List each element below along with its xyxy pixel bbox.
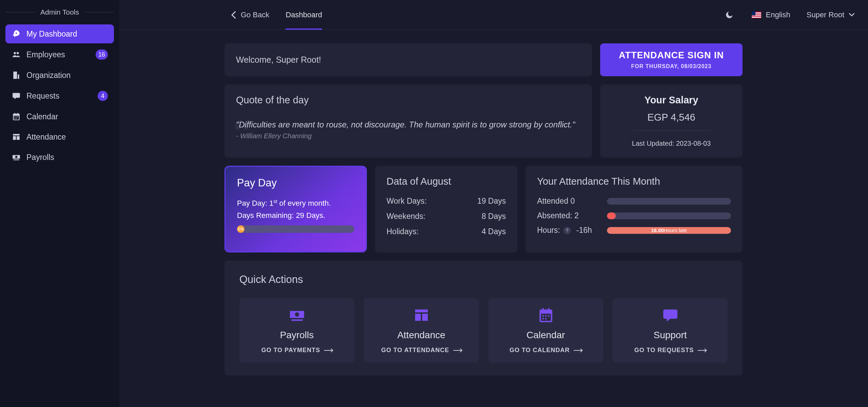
chevron-down-icon — [849, 12, 854, 18]
calendar-icon — [536, 307, 556, 324]
users-icon — [12, 50, 21, 59]
quick-link[interactable]: GO TO CALENDAR — [510, 347, 582, 354]
sidebar-badge: 4 — [98, 91, 108, 101]
attendance-month-card: Your Attendance This Month Attended 0 Ab… — [526, 166, 743, 252]
sidebar-title: Admin Tools — [5, 8, 114, 16]
arrow-right-icon — [324, 350, 332, 351]
sidebar-item-label: Requests — [26, 91, 92, 101]
sidebar: Admin Tools My DashboardEmployees16Organ… — [0, 0, 119, 407]
go-back-label: Go Back — [241, 11, 269, 19]
absented-bar — [607, 212, 731, 219]
quick-actions-heading: Quick Actions — [239, 273, 728, 286]
money-icon — [287, 307, 307, 324]
moon-icon — [725, 11, 734, 19]
quick-action-calendar: CalendarGO TO CALENDAR — [488, 298, 603, 363]
sidebar-item-requests[interactable]: Requests4 — [5, 86, 114, 106]
attendance-signin-button[interactable]: ATTENDANCE SIGN IN FOR THURSDAY, 08/03/2… — [600, 43, 743, 76]
sidebar-item-label: Calendar — [26, 112, 108, 121]
payday-progress-knob: 6% — [237, 225, 244, 233]
chevron-left-icon — [231, 11, 236, 19]
sidebar-title-text: Admin Tools — [40, 8, 79, 16]
quick-action-support: SupportGO TO REQUESTS — [613, 298, 728, 363]
table-icon — [411, 307, 432, 324]
hours-help-icon[interactable]: ? — [564, 227, 571, 234]
arrow-right-icon — [453, 350, 461, 351]
quick-link[interactable]: GO TO ATTENDANCE — [381, 347, 461, 354]
topbar: Go Back Dashboard English Super Root — [119, 0, 868, 30]
sidebar-item-label: My Dashboard — [26, 29, 108, 39]
language-label: English — [766, 11, 790, 19]
user-menu[interactable]: Super Root — [807, 11, 854, 19]
absented-fill — [607, 212, 616, 219]
payday-progress: 6% — [237, 225, 354, 233]
salary-card: Your Salary EGP 4,546 Last Updated: 2023… — [600, 84, 743, 158]
sidebar-item-label: Organization — [26, 71, 108, 80]
sidebar-item-label: Payrolls — [26, 153, 108, 162]
quick-title: Calendar — [527, 330, 565, 341]
payday-line-2: Days Remaining: 29 Days. — [237, 211, 354, 220]
quote-card: Quote of the day “ "Difficulties are mea… — [224, 84, 592, 158]
attendance-signin-sub: FOR THURSDAY, 08/03/2023 — [631, 63, 712, 69]
quote-text: "Difficulties are meant to rouse, not di… — [236, 120, 580, 129]
sidebar-item-payrolls[interactable]: Payrolls — [5, 148, 114, 167]
hours-label: Hours: ? -16h — [537, 226, 598, 235]
sidebar-item-attendance[interactable]: Attendance — [5, 127, 114, 146]
hours-fill: 16.00 Hours late — [607, 227, 731, 234]
money-icon — [12, 152, 21, 162]
sidebar-item-employees[interactable]: Employees16 — [5, 45, 114, 64]
arrow-right-icon — [698, 350, 706, 351]
data-row: Work Days:19 Days — [387, 197, 506, 206]
salary-updated: Last Updated: 2023-08-03 — [612, 140, 731, 147]
salary-value: EGP 4,546 — [612, 112, 731, 123]
absented-label: Absented: 2 — [537, 211, 598, 220]
attendance-signin-title: ATTENDANCE SIGN IN — [619, 50, 724, 61]
hours-value: -16h — [576, 226, 592, 235]
chat-icon — [12, 91, 21, 101]
august-data-card: Data of August Work Days:19 DaysWeekends… — [375, 166, 517, 252]
calendar-icon — [12, 112, 21, 121]
quick-link[interactable]: GO TO PAYMENTS — [261, 347, 333, 354]
chat-icon — [660, 307, 680, 324]
open-quote-icon: “ — [233, 113, 251, 154]
table-icon — [12, 132, 21, 142]
payday-line-1: Pay Day: 1st of every month. — [237, 199, 354, 208]
payday-card: Pay Day Pay Day: 1st of every month. Day… — [224, 166, 367, 252]
data-row: Holidays:4 Days — [387, 227, 506, 236]
quick-title: Support — [653, 330, 687, 341]
attended-bar — [607, 198, 731, 205]
quick-title: Payrolls — [280, 330, 314, 341]
tab-dashboard[interactable]: Dashboard — [285, 0, 322, 30]
attended-label: Attended 0 — [537, 197, 598, 206]
sidebar-item-dashboard[interactable]: My Dashboard — [5, 24, 114, 43]
quote-author: - William Ellery Channing — [236, 132, 580, 140]
sidebar-item-calendar[interactable]: Calendar — [5, 107, 114, 126]
us-flag-icon — [752, 12, 761, 18]
hours-bar: 16.00 Hours late — [607, 227, 731, 234]
user-name: Super Root — [807, 11, 844, 19]
dark-mode-toggle[interactable] — [723, 9, 735, 21]
salary-heading: Your Salary — [612, 95, 731, 106]
quick-action-payrolls: PayrollsGO TO PAYMENTS — [239, 298, 354, 363]
quick-link[interactable]: GO TO REQUESTS — [634, 347, 706, 354]
data-row: Weekends:8 Days — [387, 212, 506, 221]
quick-action-attendance: AttendanceGO TO ATTENDANCE — [364, 298, 479, 363]
august-heading: Data of August — [387, 176, 506, 187]
welcome-text: Welcome, Super Root! — [236, 55, 321, 65]
language-selector[interactable]: English — [752, 11, 790, 19]
quick-title: Attendance — [397, 330, 446, 341]
welcome-card: Welcome, Super Root! — [224, 43, 592, 76]
sidebar-item-organization[interactable]: Organization — [5, 66, 114, 85]
quote-heading: Quote of the day — [236, 95, 580, 106]
sidebar-badge: 16 — [96, 49, 108, 60]
sidebar-item-label: Attendance — [26, 133, 108, 142]
building-icon — [12, 70, 21, 80]
attendance-month-heading: Your Attendance This Month — [537, 176, 731, 187]
payday-heading: Pay Day — [237, 177, 354, 189]
sidebar-item-label: Employees — [26, 50, 90, 59]
go-back-button[interactable]: Go Back — [231, 11, 269, 19]
quick-actions-card: Quick Actions PayrollsGO TO PAYMENTSAtte… — [224, 261, 743, 375]
arrow-right-icon — [574, 350, 582, 351]
rocket-icon — [12, 29, 21, 39]
